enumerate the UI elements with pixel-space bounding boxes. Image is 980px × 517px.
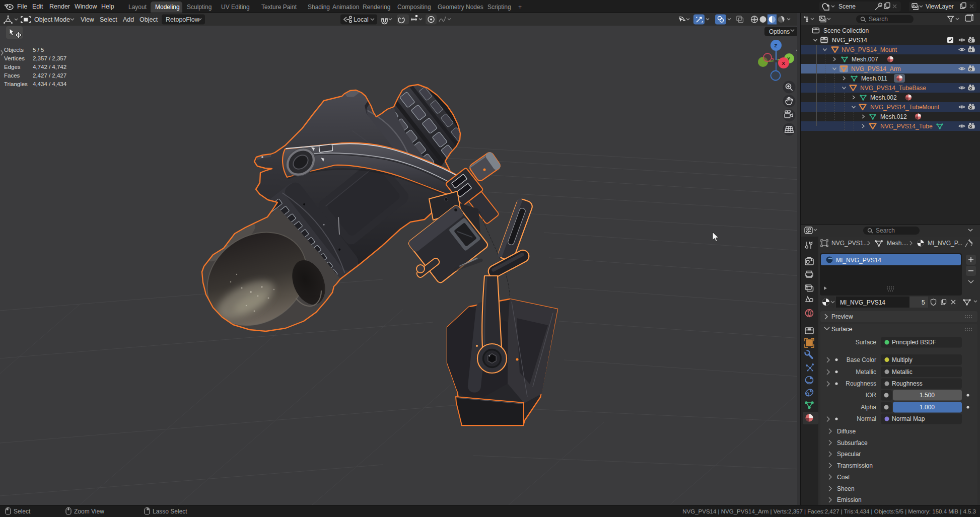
svg-text:Diffuse: Diffuse (837, 428, 856, 435)
svg-text:Object: Object (139, 16, 158, 23)
svg-text:Preview: Preview (831, 313, 853, 320)
svg-text:Surface: Surface (856, 339, 877, 346)
svg-text:Metallic: Metallic (856, 368, 876, 376)
svg-text:Sheen: Sheen (837, 485, 855, 492)
svg-text:MI_NVG_P...: MI_NVG_P... (928, 240, 962, 247)
svg-text:Alpha: Alpha (861, 404, 876, 411)
svg-text:Emission: Emission (837, 496, 862, 503)
svg-text:Triangles: Triangles (4, 81, 28, 87)
svg-text:Subsurface: Subsurface (837, 439, 868, 447)
svg-text:Surface: Surface (831, 326, 853, 333)
svg-text:MI_NVG_PVS14: MI_NVG_PVS14 (840, 299, 885, 306)
svg-text:Mesh....: Mesh.... (887, 240, 908, 247)
svg-text:NVG_PVS14_TubeMount: NVG_PVS14_TubeMount (870, 104, 940, 111)
svg-text:Mesh.007: Mesh.007 (852, 56, 878, 63)
svg-text:Vertices: Vertices (4, 55, 25, 61)
svg-text:Select: Select (100, 16, 117, 23)
svg-text:Principled BSDF: Principled BSDF (892, 339, 936, 346)
svg-text:Roughness: Roughness (892, 380, 923, 387)
svg-text:2,427 / 2,427: 2,427 / 2,427 (33, 72, 66, 79)
svg-text:ViewLayer: ViewLayer (926, 3, 954, 10)
svg-text:NVG_PVS1...: NVG_PVS1... (831, 240, 868, 247)
svg-text:Multiply: Multiply (892, 356, 913, 363)
svg-text:Normal: Normal (857, 415, 876, 422)
svg-text:NVG_PVS14_TubeBase: NVG_PVS14_TubeBase (860, 85, 926, 92)
svg-text:Object Mode: Object Mode (34, 16, 70, 23)
svg-text:Scene Collection: Scene Collection (823, 27, 869, 34)
svg-text:5: 5 (922, 299, 925, 306)
svg-text:NVG_PVS14: NVG_PVS14 (832, 37, 867, 44)
svg-text:Search: Search (869, 16, 888, 23)
svg-text:Lasso Select: Lasso Select (153, 508, 187, 515)
svg-text:Local: Local (354, 16, 369, 23)
svg-text:Normal Map: Normal Map (892, 415, 925, 422)
svg-text:Select: Select (14, 508, 31, 515)
svg-text:Faces: Faces (4, 72, 20, 79)
svg-text:NVG_PVS14 | NVG_PVS14_Arm | Ve: NVG_PVS14 | NVG_PVS14_Arm | Verts:2,357 … (682, 508, 976, 514)
svg-text:View: View (81, 16, 95, 23)
svg-text:NVG_PVS14_Mount: NVG_PVS14_Mount (842, 46, 897, 53)
svg-text:Add: Add (123, 16, 134, 23)
svg-text:Transmission: Transmission (837, 462, 873, 469)
svg-text:IOR: IOR (866, 392, 877, 399)
svg-text:NVG_PVS14_Arm: NVG_PVS14_Arm (851, 65, 901, 72)
svg-text:NVG_PVS14_Tube: NVG_PVS14_Tube (880, 123, 933, 130)
svg-text:Mesh.011: Mesh.011 (861, 75, 887, 82)
svg-text:Zoom View: Zoom View (74, 508, 104, 515)
svg-text:Scene: Scene (838, 3, 856, 10)
svg-text:Specular: Specular (837, 451, 861, 458)
svg-text:Metallic: Metallic (892, 368, 913, 376)
svg-text:1.500: 1.500 (920, 392, 935, 399)
svg-text:Roughness: Roughness (846, 380, 876, 387)
svg-text:MI_NVG_PVS14: MI_NVG_PVS14 (836, 257, 881, 264)
svg-text:Options: Options (769, 28, 790, 35)
svg-text:2,357 / 2,357: 2,357 / 2,357 (33, 55, 66, 61)
svg-text:4,434 / 4,434: 4,434 / 4,434 (33, 81, 67, 87)
svg-text:Edges: Edges (4, 64, 21, 70)
svg-text:5 / 5: 5 / 5 (33, 47, 44, 53)
svg-text:Search: Search (876, 227, 895, 234)
svg-text:4,742 / 4,742: 4,742 / 4,742 (33, 64, 66, 70)
svg-text:Z: Z (775, 43, 778, 48)
svg-text:Mesh.002: Mesh.002 (870, 94, 897, 101)
svg-text:Coat: Coat (837, 474, 850, 481)
svg-text:Mesh.012: Mesh.012 (880, 113, 907, 120)
svg-text:RetopoFlow: RetopoFlow (166, 16, 200, 23)
svg-text:1.000: 1.000 (920, 404, 935, 411)
svg-text:X: X (782, 60, 786, 66)
svg-text:Objects: Objects (4, 47, 24, 53)
svg-text:Base Color: Base Color (847, 356, 876, 363)
